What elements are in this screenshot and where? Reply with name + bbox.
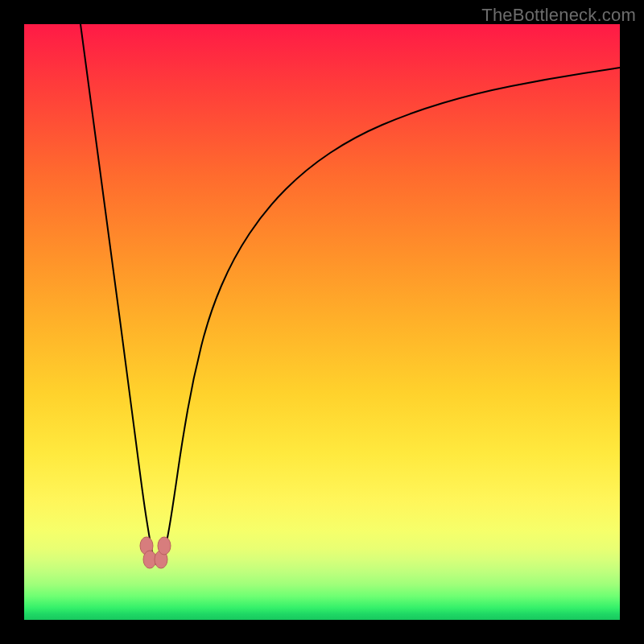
dip-markers — [140, 537, 171, 568]
watermark-text: TheBottleneck.com — [481, 5, 636, 26]
plot-area — [24, 24, 620, 620]
bottleneck-curve — [80, 24, 620, 565]
curve-svg — [24, 24, 620, 620]
chart-frame: TheBottleneck.com — [0, 0, 644, 644]
marker-dip-right-low — [158, 537, 171, 555]
